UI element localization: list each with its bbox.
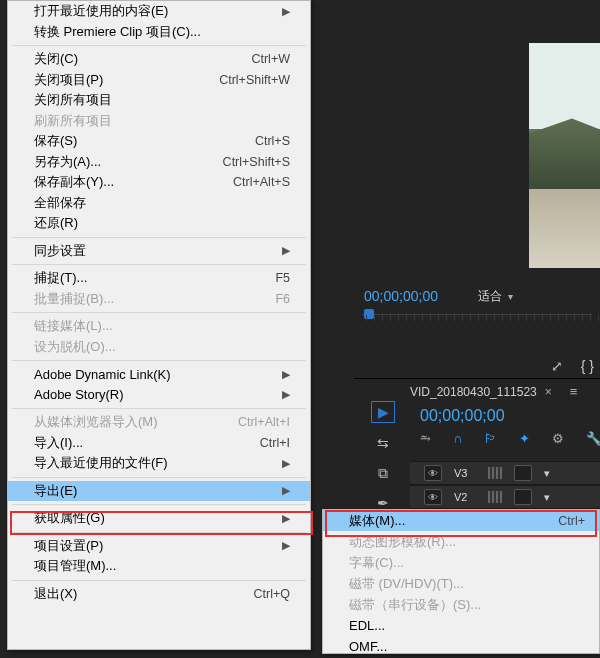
menu-item-label: OMF... <box>349 639 585 654</box>
file-menu-item[interactable]: 捕捉(T)...F5 <box>8 268 310 289</box>
file-menu-item[interactable]: 项目设置(P)▶ <box>8 536 310 557</box>
panel-menu-icon[interactable]: ≡ <box>570 384 578 399</box>
file-menu-item[interactable]: 关闭项目(P)Ctrl+Shift+W <box>8 70 310 91</box>
ruler-tick <box>590 315 591 321</box>
program-timecode[interactable]: 00;00;00;00 <box>364 288 438 304</box>
menu-item-label: 批量捕捉(B)... <box>34 290 269 308</box>
menu-separator <box>12 312 306 313</box>
file-menu[interactable]: 打开最近使用的内容(E)▶转换 Premiere Clip 项目(C)...关闭… <box>7 0 311 650</box>
ruler-tick <box>454 315 455 321</box>
export-menu-item: 动态图形模板(R)... <box>323 531 599 552</box>
file-menu-item[interactable]: 项目管理(M)... <box>8 556 310 577</box>
menu-separator <box>12 477 306 478</box>
export-frame-icon[interactable]: ⤢ <box>551 358 563 374</box>
track-output-toggle[interactable] <box>424 465 442 481</box>
ruler-tick <box>494 315 495 321</box>
file-menu-item[interactable]: Adobe Dynamic Link(K)▶ <box>8 364 310 385</box>
ripple-tool[interactable]: ⧉ <box>372 463 394 483</box>
track-label: V3 <box>454 467 476 479</box>
file-menu-item: 批量捕捉(B)...F6 <box>8 289 310 310</box>
file-menu-item[interactable]: 保存副本(Y)...Ctrl+Alt+S <box>8 172 310 193</box>
ruler-tick <box>382 315 383 321</box>
video-track-v2[interactable]: V2 ▾ <box>410 485 600 509</box>
menu-separator <box>12 264 306 265</box>
menu-item-label: 磁带（串行设备）(S)... <box>349 596 585 614</box>
file-menu-item[interactable]: 保存(S)Ctrl+S <box>8 131 310 152</box>
menu-item-label: 关闭所有项目 <box>34 91 290 109</box>
export-menu-item[interactable]: EDL... <box>323 615 599 636</box>
ruler-tick <box>446 315 447 321</box>
video-track-v3[interactable]: V3 ▾ <box>410 461 600 485</box>
track-chevron-down-icon[interactable]: ▾ <box>544 491 550 504</box>
file-menu-item[interactable]: 打开最近使用的内容(E)▶ <box>8 1 310 22</box>
program-time-ruler[interactable] <box>362 314 592 329</box>
menu-item-label: 关闭(C) <box>34 50 245 68</box>
menu-item-label: 链接媒体(L)... <box>34 317 290 335</box>
menu-item-label: 保存(S) <box>34 132 249 150</box>
export-menu-item[interactable]: 媒体(M)...Ctrl+ <box>323 510 599 531</box>
ruler-tick <box>438 315 439 321</box>
selection-tool[interactable]: ▶ <box>371 401 395 423</box>
export-menu-item[interactable]: OMF... <box>323 636 599 654</box>
file-menu-item[interactable]: 转换 Premiere Clip 项目(C)... <box>8 22 310 43</box>
preview-sky <box>529 43 600 129</box>
menu-separator <box>12 408 306 409</box>
file-menu-item[interactable]: 导入(I)...Ctrl+I <box>8 433 310 454</box>
timeline-timecode[interactable]: 00;00;00;00 <box>420 407 505 425</box>
menu-item-label: 媒体(M)... <box>349 512 558 530</box>
chevron-right-icon: ▶ <box>280 368 290 381</box>
track-chevron-down-icon[interactable]: ▾ <box>544 467 550 480</box>
menu-item-label: 磁带 (DV/HDV)(T)... <box>349 575 585 593</box>
program-monitor-preview[interactable] <box>529 43 600 268</box>
settings-icon[interactable]: ⚙ <box>552 431 564 446</box>
track-output-toggle[interactable] <box>424 489 442 505</box>
file-menu-item[interactable]: 同步设置▶ <box>8 241 310 262</box>
menu-separator <box>12 532 306 533</box>
ruler-tick <box>518 315 519 321</box>
ruler-tick <box>558 315 559 321</box>
file-menu-item[interactable]: 退出(X)Ctrl+Q <box>8 584 310 605</box>
file-menu-item[interactable]: 关闭所有项目 <box>8 90 310 111</box>
track-lock-toggle[interactable] <box>514 465 532 481</box>
file-menu-item[interactable]: 关闭(C)Ctrl+W <box>8 49 310 70</box>
file-menu-item[interactable]: 还原(R) <box>8 213 310 234</box>
chevron-down-icon: ▾ <box>508 291 513 302</box>
wrench-icon[interactable]: 🔧 <box>586 431 600 446</box>
ruler-tick <box>414 315 415 321</box>
file-menu-item[interactable]: 导出(E)▶ <box>8 481 310 502</box>
add-marker-icon[interactable]: ✦ <box>519 431 530 446</box>
menu-item-label: 关闭项目(P) <box>34 71 213 89</box>
menu-item-label: 保存副本(Y)... <box>34 173 227 191</box>
menu-item-label: Adobe Story(R) <box>34 387 280 402</box>
track-select-tool[interactable]: ⇆ <box>372 433 394 453</box>
magnet-icon[interactable]: ∩ <box>453 431 462 446</box>
timeline-sequence-name: VID_20180430_111523 <box>410 385 537 399</box>
menu-item-label: 项目管理(M)... <box>34 557 290 575</box>
timeline-tab[interactable]: VID_20180430_111523 × ≡ <box>410 384 577 399</box>
mark-inout-icon[interactable]: { } <box>581 358 594 374</box>
chevron-right-icon: ▶ <box>280 5 290 18</box>
file-menu-item: 链接媒体(L)... <box>8 316 310 337</box>
menu-item-shortcut: Ctrl+Alt+I <box>232 415 290 429</box>
menu-item-shortcut: Ctrl+ <box>558 514 585 528</box>
file-menu-item[interactable]: 全部保存 <box>8 193 310 214</box>
track-lock-toggle[interactable] <box>514 489 532 505</box>
program-zoom-fit[interactable]: 适合 ▾ <box>478 288 513 305</box>
ruler-tick <box>574 315 575 321</box>
snap-icon[interactable]: ⥲ <box>420 431 431 446</box>
menu-item-label: 导出(E) <box>34 482 280 500</box>
menu-item-label: 从媒体浏览器导入(M) <box>34 413 232 431</box>
fit-label: 适合 <box>478 288 502 305</box>
chevron-right-icon: ▶ <box>280 484 290 497</box>
menu-item-shortcut: Ctrl+Q <box>248 587 290 601</box>
file-menu-item[interactable]: Adobe Story(R)▶ <box>8 385 310 406</box>
file-menu-item[interactable]: 另存为(A)...Ctrl+Shift+S <box>8 152 310 173</box>
marker-icon[interactable]: 🏳 <box>484 431 497 446</box>
file-menu-item[interactable]: 获取属性(G)▶ <box>8 508 310 529</box>
close-icon[interactable]: × <box>545 385 552 399</box>
menu-separator <box>12 237 306 238</box>
file-menu-item[interactable]: 导入最近使用的文件(F)▶ <box>8 453 310 474</box>
export-submenu[interactable]: 媒体(M)...Ctrl+动态图形模板(R)...字幕(C)...磁带 (DV/… <box>322 509 600 654</box>
menu-item-shortcut: Ctrl+W <box>245 52 290 66</box>
preview-foreground <box>529 189 600 268</box>
